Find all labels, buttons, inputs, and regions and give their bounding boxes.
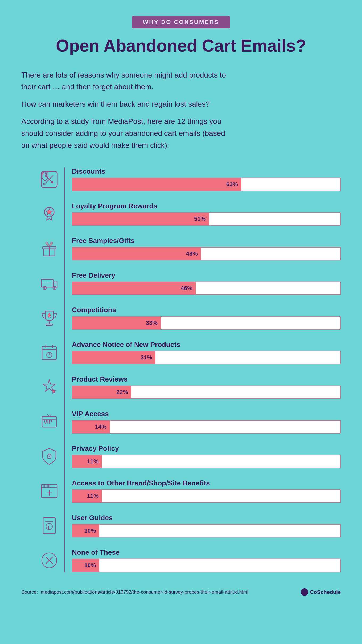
bar-percent-competitions: 33% bbox=[146, 319, 158, 326]
chart-item-discounts: % Discounts 63% bbox=[37, 167, 341, 191]
bar-percent-user-guides: 10% bbox=[84, 527, 96, 534]
coschedule-logo: CoSchedule bbox=[301, 588, 341, 596]
chart-label-user-guides: User Guides bbox=[72, 514, 341, 522]
bar-percent-product-reviews: 22% bbox=[116, 389, 128, 396]
svg-rect-17 bbox=[46, 324, 53, 325]
chart-label-free-samples: Free Samples/Gifts bbox=[72, 237, 341, 245]
chart-item-free-samples: Free Samples/Gifts 48% bbox=[37, 237, 341, 261]
chart-content-user-guides: User Guides 10% bbox=[72, 514, 341, 537]
bar-fill-user-guides: 10% bbox=[72, 525, 99, 537]
svg-text:%: % bbox=[43, 183, 46, 186]
chart-label-vip-access: VIP Access bbox=[72, 410, 341, 418]
bar-fill-brand-benefits: 11% bbox=[72, 490, 102, 502]
intro-paragraph-3: According to a study from MediaPost, her… bbox=[21, 116, 229, 151]
bar-container-free-delivery: 46% bbox=[72, 282, 341, 295]
source-label: Source: mediapost.com/publications/artic… bbox=[21, 589, 248, 595]
chart-item-free-delivery: Free Delivery 46% bbox=[37, 271, 341, 295]
svg-point-1 bbox=[45, 175, 47, 177]
bar-container-free-samples: 48% bbox=[72, 247, 341, 260]
chart-label-loyalty: Loyalty Program Rewards bbox=[72, 202, 341, 210]
chart-section: % Discounts 63% bbox=[21, 167, 341, 572]
bar-container-privacy-policy: 11% bbox=[72, 455, 341, 468]
chart-content-privacy-policy: Privacy Policy 11% bbox=[72, 444, 341, 468]
chart-content-advance-notice: Advance Notice of New Products 31% bbox=[72, 341, 341, 364]
star-icon bbox=[37, 375, 61, 399]
bar-container-brand-benefits: 11% bbox=[72, 489, 341, 503]
page-wrapper: WHY DO CONSUMERS Open Abandoned Cart Ema… bbox=[0, 0, 362, 644]
gift-icon bbox=[37, 237, 61, 261]
bar-fill-privacy-policy: 11% bbox=[72, 455, 102, 468]
bar-container-loyalty: 51% bbox=[72, 212, 341, 226]
chart-content-discounts: Discounts 63% bbox=[72, 167, 341, 191]
svg-point-2 bbox=[51, 181, 53, 183]
bar-fill-none: 10% bbox=[72, 559, 99, 572]
bar-fill-competitions: 33% bbox=[72, 317, 161, 329]
browser-icon bbox=[37, 479, 61, 503]
chart-content-vip-access: VIP Access 14% bbox=[72, 410, 341, 434]
chart-content-free-delivery: Free Delivery 46% bbox=[72, 271, 341, 295]
trophy-icon bbox=[37, 306, 61, 330]
bar-container-discounts: 63% bbox=[72, 178, 341, 191]
header-badge: WHY DO CONSUMERS bbox=[21, 16, 341, 28]
svg-point-34 bbox=[48, 485, 50, 487]
chart-label-discounts: Discounts bbox=[72, 167, 341, 176]
chart-label-competitions: Competitions bbox=[72, 306, 341, 314]
chart-item-user-guides: i User Guides 10% bbox=[37, 514, 341, 538]
shield-icon bbox=[37, 444, 61, 468]
chart-item-brand-benefits: Access to Other Brand/Shop/Site Benefits… bbox=[37, 479, 341, 503]
svg-point-4 bbox=[45, 173, 47, 175]
chart-item-privacy-policy: Privacy Policy 11% bbox=[37, 444, 341, 468]
chart-label-product-reviews: Product Reviews bbox=[72, 375, 341, 383]
bar-percent-loyalty: 51% bbox=[194, 216, 206, 222]
bar-fill-loyalty: 51% bbox=[72, 213, 209, 225]
chart-item-loyalty: Loyalty Program Rewards 51% bbox=[37, 202, 341, 226]
badge-label: WHY DO CONSUMERS bbox=[132, 16, 230, 28]
logo-icon bbox=[301, 588, 308, 596]
chart-item-vip-access: VIP VIP Access 14% bbox=[37, 410, 341, 434]
bar-fill-vip-access: 14% bbox=[72, 421, 110, 433]
bar-container-competitions: 33% bbox=[72, 316, 341, 330]
intro-paragraph-2: How can marketers win them back and rega… bbox=[21, 98, 229, 110]
chart-content-product-reviews: Product Reviews 22% bbox=[72, 375, 341, 399]
svg-point-32 bbox=[43, 485, 45, 487]
bar-fill-advance-notice: 31% bbox=[72, 351, 155, 364]
chart-content-loyalty: Loyalty Program Rewards 51% bbox=[72, 202, 341, 226]
chart-item-competitions: Competitions 33% bbox=[37, 306, 341, 330]
loyalty-icon bbox=[37, 202, 61, 226]
main-title: Open Abandoned Cart Emails? bbox=[21, 36, 341, 56]
bar-container-product-reviews: 22% bbox=[72, 386, 341, 399]
logo-text: CoSchedule bbox=[310, 589, 341, 595]
bar-percent-vip-access: 14% bbox=[95, 423, 107, 430]
svg-text:i: i bbox=[47, 523, 49, 531]
chart-content-brand-benefits: Access to Other Brand/Shop/Site Benefits… bbox=[72, 479, 341, 503]
x-circle-icon bbox=[37, 548, 61, 572]
chart-label-advance-notice: Advance Notice of New Products bbox=[72, 341, 341, 349]
svg-point-14 bbox=[54, 287, 55, 289]
bar-percent-none: 10% bbox=[84, 562, 96, 569]
source-info: Source: mediapost.com/publications/artic… bbox=[21, 589, 248, 595]
chart-label-free-delivery: Free Delivery bbox=[72, 271, 341, 280]
chart-item-none: None of These 10% bbox=[37, 548, 341, 572]
chart-content-competitions: Competitions 33% bbox=[72, 306, 341, 330]
bar-percent-brand-benefits: 11% bbox=[87, 493, 99, 500]
bar-fill-discounts: 63% bbox=[72, 178, 241, 191]
discount-tag-icon: % bbox=[37, 167, 61, 191]
svg-point-12 bbox=[44, 287, 45, 289]
guide-icon: i bbox=[37, 514, 61, 538]
chart-label-brand-benefits: Access to Other Brand/Shop/Site Benefits bbox=[72, 479, 341, 487]
bar-fill-free-delivery: 46% bbox=[72, 282, 196, 294]
chart-label-privacy-policy: Privacy Policy bbox=[72, 444, 341, 453]
bar-percent-advance-notice: 31% bbox=[141, 354, 152, 361]
chart-content-free-samples: Free Samples/Gifts 48% bbox=[72, 237, 341, 260]
chart-item-product-reviews: Product Reviews 22% bbox=[37, 375, 341, 399]
chart-content-none: None of These 10% bbox=[72, 548, 341, 572]
vip-icon: VIP bbox=[37, 410, 61, 434]
bar-container-vip-access: 14% bbox=[72, 420, 341, 434]
bar-percent-free-samples: 48% bbox=[186, 250, 198, 257]
calendar-icon bbox=[37, 341, 61, 364]
chart-label-none: None of These bbox=[72, 548, 341, 557]
bar-container-none: 10% bbox=[72, 559, 341, 572]
source-footer: Source: mediapost.com/publications/artic… bbox=[21, 588, 341, 596]
bar-percent-privacy-policy: 11% bbox=[87, 458, 99, 465]
intro-paragraph-1: There are lots of reasons why someone mi… bbox=[21, 69, 229, 93]
